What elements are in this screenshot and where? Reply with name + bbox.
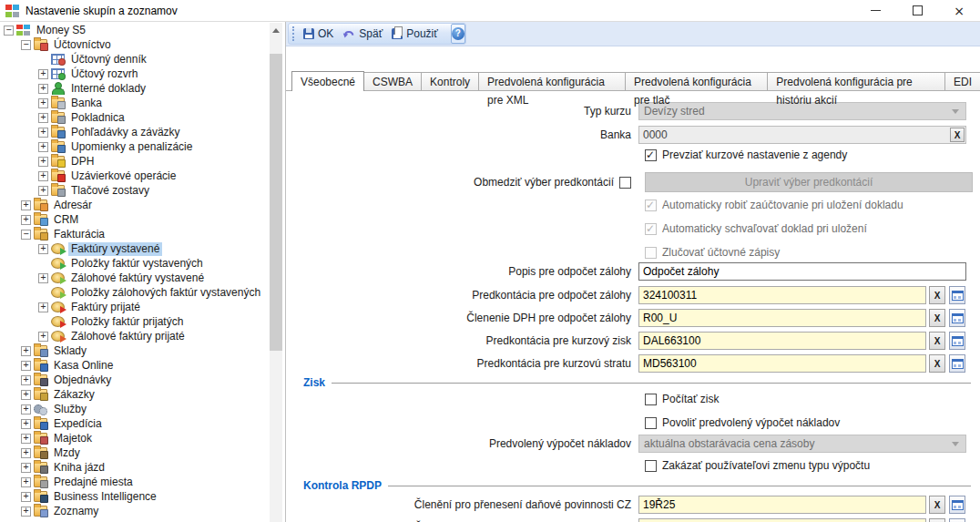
tree-item[interactable]: − Fakturácia	[0, 227, 269, 241]
tree-item[interactable]: Položky faktúr vystavených	[0, 256, 269, 271]
clenenie-sk-browse-button[interactable]	[949, 518, 965, 522]
tree-item[interactable]: − Money S5	[0, 23, 269, 37]
tab-predvolen-konfigur-cia-pre-hist-riu-akci-[interactable]: Predvolená konfigurácia pre históriu akc…	[767, 72, 945, 90]
tree-item[interactable]: − Účtovníctvo	[0, 37, 269, 52]
tree-item[interactable]: + Kniha jázd	[0, 460, 269, 475]
tree-expand-toggle[interactable]: +	[21, 434, 31, 444]
tab-v-eobecn-[interactable]: Všeobecné	[291, 71, 364, 91]
tab-kontroly[interactable]: Kontroly	[421, 72, 479, 90]
tree-item[interactable]: + DPH	[0, 154, 269, 169]
clenenie-sk-clear-button[interactable]: X	[929, 518, 945, 522]
tree-item[interactable]: + Pokladnica	[0, 110, 269, 125]
tree-expand-toggle[interactable]: +	[38, 186, 48, 196]
tree-item[interactable]: + Banka	[0, 96, 269, 110]
tree-item[interactable]: Položky zálohových faktúr vystavených	[0, 285, 269, 300]
tree-expand-toggle[interactable]: +	[21, 375, 31, 385]
clenenie-cz-input[interactable]	[638, 496, 926, 514]
clenenie-sk-input[interactable]	[638, 518, 926, 522]
tree-expand-toggle[interactable]: +	[21, 200, 31, 210]
tree-item[interactable]: + Zoznamy	[0, 504, 269, 518]
tree-expand-toggle[interactable]: +	[38, 142, 48, 152]
tree-item[interactable]: + Predajné miesta	[0, 475, 269, 489]
predkontacia-strata-input[interactable]	[638, 354, 926, 373]
tree-item[interactable]: + Objednávky	[0, 373, 269, 387]
pouzit-button[interactable]: Použiť	[388, 26, 444, 42]
tree-expand-toggle[interactable]: +	[38, 273, 48, 283]
tree-expand-toggle[interactable]: +	[21, 404, 31, 415]
tree-item[interactable]: + Služby	[0, 402, 269, 416]
tree-expand-toggle[interactable]: +	[38, 128, 48, 138]
tree-expand-toggle[interactable]: +	[21, 215, 31, 225]
tree-item[interactable]: + Adresár	[0, 198, 269, 212]
tree-expand-toggle[interactable]: +	[21, 477, 31, 487]
tree-item[interactable]: + Zálohové faktúry vystavené	[0, 271, 269, 285]
popis-input[interactable]	[638, 262, 966, 281]
tree-item[interactable]: + Kasa Online	[0, 358, 269, 373]
help-button[interactable]: ?	[451, 24, 465, 44]
toolbar-grip[interactable]	[292, 26, 294, 41]
scrollbar-up-arrow[interactable]	[270, 23, 282, 37]
tree-item[interactable]: + Zálohové faktúry prijaté	[0, 329, 269, 343]
tree-item[interactable]: + Účtový rozvrh	[0, 67, 269, 81]
tree-item[interactable]: + Faktúry prijaté	[0, 300, 269, 314]
clenenie-cz-browse-button[interactable]	[949, 496, 965, 514]
obmedzit-checkbox[interactable]	[619, 177, 631, 189]
tree-expand-toggle[interactable]: +	[38, 157, 48, 167]
tree-expand-toggle[interactable]: +	[21, 361, 31, 371]
banka-input[interactable]	[638, 126, 966, 144]
tree-item[interactable]: Účtovný denník	[0, 52, 269, 67]
tree-item[interactable]: + Sklady	[0, 343, 269, 358]
tree-expand-toggle[interactable]: +	[21, 346, 31, 356]
banka-clear-button[interactable]: X	[950, 128, 965, 142]
tree-item[interactable]: + Uzávierkové operácie	[0, 169, 269, 183]
predkontacia-odpocet-input[interactable]	[638, 286, 926, 304]
tree-expand-toggle[interactable]: +	[21, 463, 31, 473]
predkontacia-odpocet-browse-button[interactable]	[949, 286, 965, 304]
tab-predvolen-konfigur-cia-pre-tla-[interactable]: Predvolená konfigurácia pre tlač	[625, 72, 768, 90]
tree-item[interactable]: + Tlačové zostavy	[0, 183, 269, 198]
tree-expand-toggle[interactable]: −	[21, 230, 31, 240]
tree-item[interactable]: + Business Intelligence	[0, 489, 269, 504]
scrollbar-thumb[interactable]	[270, 54, 282, 351]
tree-expand-toggle[interactable]: −	[21, 40, 31, 50]
tree-expand-toggle[interactable]: +	[38, 171, 48, 181]
tree-expand-toggle[interactable]: +	[38, 113, 48, 123]
tab-cswba[interactable]: CSWBA	[363, 72, 422, 90]
predkontacia-zisk-input[interactable]	[638, 332, 926, 350]
tree-item[interactable]: + Faktúry vystavené	[0, 241, 269, 256]
tree-expand-toggle[interactable]: +	[21, 419, 31, 429]
predkontacia-strata-clear-button[interactable]: X	[929, 354, 945, 373]
predkontacia-zisk-browse-button[interactable]	[949, 332, 965, 350]
zakazat-zmenu-checkbox[interactable]	[645, 460, 657, 472]
tab-edi[interactable]: EDI	[944, 72, 980, 90]
pocitat-zisk-checkbox[interactable]	[645, 394, 657, 405]
tree-expand-toggle[interactable]: +	[21, 507, 31, 517]
tree-expand-toggle[interactable]: +	[38, 84, 48, 94]
close-button[interactable]: ×	[938, 0, 980, 21]
predkontacia-zisk-clear-button[interactable]: X	[929, 332, 945, 350]
clenenie-dph-input[interactable]	[638, 309, 926, 327]
tree-expand-toggle[interactable]: −	[4, 26, 14, 36]
predkontacia-odpocet-clear-button[interactable]: X	[929, 286, 945, 304]
tree-item[interactable]: + Expedícia	[0, 416, 269, 431]
clenenie-dph-clear-button[interactable]: X	[929, 309, 945, 327]
tree-item[interactable]: Položky faktúr prijatých	[0, 314, 269, 329]
tree-item[interactable]: + Upomienky a penalizácie	[0, 139, 269, 154]
upravit-vyber-button[interactable]: Upraviť výber predkontácií	[645, 172, 973, 192]
tree-expand-toggle[interactable]: +	[21, 492, 31, 502]
clenenie-dph-browse-button[interactable]	[949, 309, 965, 327]
ok-button[interactable]: OK	[300, 26, 339, 42]
tree-scrollbar[interactable]	[270, 23, 282, 522]
predvoleny-vypocet-dropdown[interactable]: aktuálna obstarávacia cena zásoby	[638, 435, 966, 453]
tree-item[interactable]: + Interné doklady	[0, 81, 269, 96]
povolit-vypocet-checkbox[interactable]	[645, 417, 657, 429]
tree-expand-toggle[interactable]: +	[38, 302, 48, 312]
tree-item[interactable]: + Mzdy	[0, 445, 269, 460]
tree-item[interactable]: + Majetok	[0, 431, 269, 445]
minimize-button[interactable]	[854, 0, 896, 21]
tree-expand-toggle[interactable]: +	[38, 244, 48, 254]
prevziat-checkbox[interactable]	[645, 149, 657, 161]
maximize-button[interactable]	[896, 0, 938, 21]
clenenie-cz-clear-button[interactable]: X	[929, 496, 945, 514]
tree-expand-toggle[interactable]: +	[38, 69, 48, 79]
